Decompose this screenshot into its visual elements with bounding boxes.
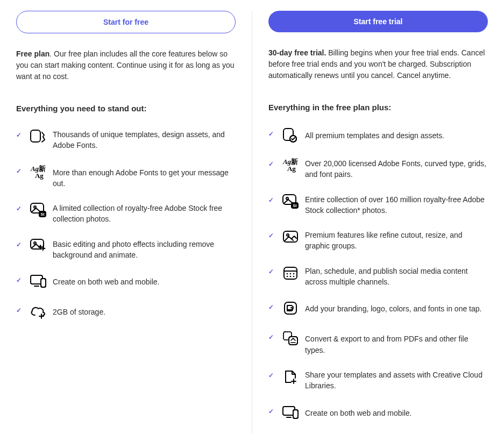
convert-icon (281, 329, 300, 347)
free-plan-description: Free plan. Our free plan includes all th… (16, 48, 236, 82)
check-icon: ✓ (16, 237, 24, 248)
cloud-storage-icon (29, 302, 47, 321)
svg-text:St: St (293, 204, 297, 208)
feature-row: ✓ Plan, schedule, and publish social med… (268, 264, 488, 288)
feature-text: Premium features like refine cutout, res… (305, 227, 488, 252)
feature-text: Add your branding, logo, colors, and fon… (305, 299, 481, 314)
svg-text:St: St (41, 212, 45, 216)
check-icon: ✓ (16, 201, 24, 212)
check-icon: ✓ (16, 163, 24, 175)
feature-text: More than enough Adobe Fonts to get your… (53, 163, 236, 189)
svg-rect-31 (293, 410, 298, 418)
feature-row: ✓ Premium features like refine cutout, r… (268, 227, 488, 252)
check-icon: ✓ (16, 272, 24, 284)
fonts-icon: Ag新Ag (281, 156, 300, 174)
check-icon: ✓ (268, 299, 276, 311)
check-icon: ✓ (268, 403, 276, 415)
svg-rect-26 (285, 302, 296, 314)
feature-row: ✓ Add your branding, logo, colors, and f… (268, 299, 488, 317)
check-icon: ✓ (268, 126, 276, 138)
web-mobile-icon (281, 403, 300, 422)
check-icon: ✓ (268, 192, 276, 204)
premium-section-title: Everything in the free plan plus: (268, 103, 488, 112)
free-section-title: Everything you need to stand out: (16, 104, 236, 113)
check-icon: ✓ (16, 302, 24, 314)
premium-photo-icon (281, 227, 300, 246)
start-for-free-button[interactable]: Start for free (16, 11, 236, 33)
feature-text: Thousands of unique templates, design as… (53, 127, 236, 151)
feature-row: ✓ Create on both web and mobile. (268, 403, 488, 422)
svg-rect-8 (41, 279, 46, 287)
share-file-icon (281, 367, 300, 386)
feature-row: ✓ All premium templates and design asset… (268, 126, 488, 144)
check-icon: ✓ (268, 367, 276, 379)
branding-icon (281, 299, 300, 317)
feature-text: Over 20,000 licensed Adobe Fonts, curved… (305, 156, 488, 180)
svg-point-20 (287, 273, 288, 274)
feature-text: 2GB of storage. (53, 302, 105, 317)
feature-row: ✓ Create on both web and mobile. (16, 272, 236, 290)
check-icon: ✓ (268, 227, 276, 239)
check-icon: ✓ (268, 156, 276, 168)
feature-row: ✓ Share your templates and assets with C… (268, 367, 488, 392)
feature-row: ✓ Basic editing and photo effects includ… (16, 237, 236, 261)
feature-text: Basic editing and photo effects includin… (53, 237, 236, 261)
check-icon: ✓ (268, 264, 276, 275)
feature-text: All premium templates and design assets. (305, 126, 444, 141)
svg-point-18 (287, 234, 289, 236)
premium-templates-icon (281, 126, 300, 144)
feature-row: ✓ St A limited collection of royalty-fre… (16, 201, 236, 225)
premium-plan-lead: 30-day free trial. (268, 48, 326, 57)
feature-text: Create on both web and mobile. (305, 403, 411, 418)
svg-point-23 (287, 275, 288, 277)
feature-text: A limited collection of royalty-free Ado… (53, 201, 236, 225)
svg-point-24 (290, 275, 292, 277)
feature-row: ✓ Thousands of unique templates, design … (16, 127, 236, 151)
feature-row: ✓ Convert & export to and from PDFs and … (268, 329, 488, 355)
calendar-icon (281, 264, 300, 282)
web-mobile-icon (29, 272, 47, 290)
svg-point-22 (293, 273, 295, 274)
svg-point-21 (290, 273, 292, 274)
svg-point-25 (293, 275, 295, 277)
premium-plan-column: Start free trial 30-day free trial. Bill… (252, 11, 504, 434)
feature-text: Entire collection of over 160 million ro… (305, 192, 488, 216)
feature-row: ✓ 2GB of storage. (16, 302, 236, 321)
start-free-trial-button[interactable]: Start free trial (268, 11, 488, 32)
feature-row: ✓ St Entire collection of over 160 milli… (268, 192, 488, 216)
free-plan-column: Start for free Free plan. Our free plan … (0, 11, 252, 434)
fonts-icon: Ag新Ag (29, 163, 47, 181)
photo-effects-icon (29, 237, 47, 255)
feature-text: Convert & export to and from PDFs and ot… (305, 329, 488, 355)
check-icon: ✓ (268, 329, 276, 341)
svg-rect-0 (31, 130, 40, 142)
premium-plan-description: 30-day free trial. Billing begins when y… (268, 47, 488, 81)
templates-icon (29, 127, 47, 145)
stock-icon: St (29, 201, 47, 219)
check-icon: ✓ (16, 127, 24, 139)
stock-icon: St (281, 192, 300, 210)
free-plan-lead: Free plan (16, 49, 49, 58)
feature-text: Create on both web and mobile. (53, 272, 159, 287)
feature-row: ✓ Ag新Ag Over 20,000 licensed Adobe Fonts… (268, 156, 488, 180)
feature-row: ✓ Ag新Ag More than enough Adobe Fonts to … (16, 163, 236, 189)
feature-text: Plan, schedule, and publish social media… (305, 264, 488, 288)
feature-text: Share your templates and assets with Cre… (305, 367, 488, 392)
